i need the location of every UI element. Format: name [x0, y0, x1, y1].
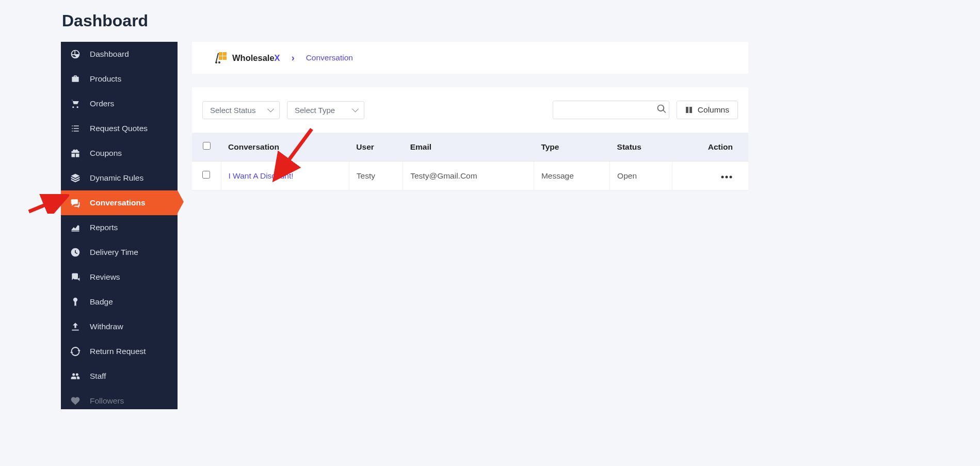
sidebar-item-label: Products — [90, 74, 121, 84]
svg-rect-1 — [223, 52, 227, 56]
svg-rect-0 — [219, 52, 222, 56]
col-status[interactable]: Status — [610, 133, 672, 162]
sidebar-item-reports[interactable]: Reports — [61, 215, 178, 240]
brand-logo-icon — [215, 51, 228, 65]
more-actions-icon[interactable] — [720, 171, 733, 180]
chart-icon — [70, 222, 81, 233]
sidebar-item-label: Conversations — [90, 198, 146, 207]
sidebar-item-dynamic-rules[interactable]: Dynamic Rules — [61, 166, 178, 190]
sidebar-item-label: Coupons — [90, 149, 122, 158]
sidebar-item-label: Staff — [90, 372, 106, 381]
svg-rect-2 — [219, 56, 222, 60]
row-checkbox[interactable] — [202, 171, 210, 179]
status-select[interactable]: Select Status — [202, 101, 280, 119]
sidebar-item-label: Withdraw — [90, 322, 123, 331]
clock-icon — [70, 247, 81, 258]
briefcase-icon — [70, 74, 81, 84]
gift-icon — [70, 148, 81, 158]
col-conversation[interactable]: Conversation — [221, 133, 349, 162]
search-input[interactable] — [558, 106, 656, 115]
select-all-checkbox[interactable] — [203, 142, 211, 150]
svg-point-9 — [726, 175, 728, 178]
conversations-panel: Select Status Select Type Columns — [192, 87, 748, 190]
page-title: Dashboard — [0, 0, 980, 42]
dashboard-icon — [70, 49, 81, 59]
svg-point-8 — [721, 175, 724, 178]
sidebar-item-badge[interactable]: Badge — [61, 290, 178, 314]
col-action: Action — [672, 133, 748, 162]
type-select-label: Select Type — [295, 106, 335, 115]
sidebar-item-products[interactable]: Products — [61, 67, 178, 91]
toolbar: Select Status Select Type Columns — [192, 87, 748, 133]
brand-name: Wholesale — [232, 53, 275, 62]
upload-icon — [70, 322, 81, 332]
sidebar-item-label: Badge — [90, 297, 113, 307]
search-icon[interactable] — [656, 104, 667, 116]
status-select-label: Select Status — [210, 106, 255, 115]
badge-icon — [70, 297, 81, 307]
sidebar-item-followers[interactable]: Followers — [61, 389, 178, 409]
sidebar-item-reviews[interactable]: Reviews — [61, 265, 178, 290]
cell-status: Open — [610, 162, 672, 190]
sidebar-item-staff[interactable]: Staff — [61, 364, 178, 389]
comments-icon — [70, 272, 81, 282]
sidebar-item-return-request[interactable]: Return Request — [61, 339, 178, 364]
columns-icon — [685, 106, 693, 114]
users-icon — [70, 371, 81, 381]
sidebar-item-label: Return Request — [90, 347, 146, 356]
table-header-row: Conversation User Email Type Status Acti… — [192, 133, 748, 162]
col-type[interactable]: Type — [534, 133, 609, 162]
cell-type: Message — [534, 162, 609, 190]
sidebar-item-label: Request Quotes — [90, 124, 148, 133]
sidebar-item-label: Reviews — [90, 272, 120, 282]
search-box[interactable] — [553, 101, 669, 119]
conversations-table: Conversation User Email Type Status Acti… — [192, 133, 748, 190]
sidebar-item-label: Followers — [90, 396, 124, 406]
sidebar-item-label: Reports — [90, 223, 118, 232]
layers-icon — [70, 173, 81, 183]
breadcrumb-current[interactable]: Conversation — [306, 53, 353, 62]
chevron-right-icon: › — [292, 53, 295, 63]
breadcrumb: WholesaleX › Conversation — [192, 42, 748, 74]
columns-button-label: Columns — [698, 105, 729, 115]
sidebar: Dashboard Products Orders Request Quotes… — [61, 42, 178, 409]
svg-rect-6 — [686, 107, 688, 113]
sidebar-item-dashboard[interactable]: Dashboard — [61, 42, 178, 67]
sidebar-item-label: Dynamic Rules — [90, 173, 143, 183]
svg-point-10 — [730, 175, 732, 178]
brand[interactable]: WholesaleX — [215, 51, 280, 65]
svg-rect-7 — [689, 107, 692, 113]
cell-user: Testy — [349, 162, 403, 190]
heart-icon — [70, 396, 81, 406]
refresh-icon — [70, 346, 81, 357]
columns-button[interactable]: Columns — [677, 101, 738, 119]
sidebar-item-label: Dashboard — [90, 50, 129, 59]
col-user[interactable]: User — [349, 133, 403, 162]
sidebar-item-request-quotes[interactable]: Request Quotes — [61, 116, 178, 141]
col-email[interactable]: Email — [403, 133, 534, 162]
svg-rect-3 — [223, 56, 227, 60]
sidebar-item-label: Delivery Time — [90, 248, 138, 257]
sidebar-item-orders[interactable]: Orders — [61, 91, 178, 116]
sidebar-item-delivery-time[interactable]: Delivery Time — [61, 240, 178, 265]
list-icon — [70, 123, 81, 134]
sidebar-item-coupons[interactable]: Coupons — [61, 141, 178, 166]
cell-email: Testy@Gmail.Com — [403, 162, 534, 190]
conversation-link[interactable]: I Want A Discount! — [229, 171, 294, 180]
main-content: WholesaleX › Conversation Select Status … — [192, 42, 748, 409]
brand-suffix: X — [275, 53, 280, 62]
sidebar-item-label: Orders — [90, 99, 114, 108]
table-row: I Want A Discount! Testy Testy@Gmail.Com… — [192, 162, 748, 190]
svg-point-4 — [215, 61, 217, 63]
sidebar-item-withdraw[interactable]: Withdraw — [61, 314, 178, 339]
chat-icon — [70, 198, 81, 208]
svg-point-5 — [218, 61, 220, 63]
cart-icon — [70, 99, 81, 109]
type-select[interactable]: Select Type — [287, 101, 364, 119]
sidebar-item-conversations[interactable]: Conversations — [61, 190, 178, 215]
